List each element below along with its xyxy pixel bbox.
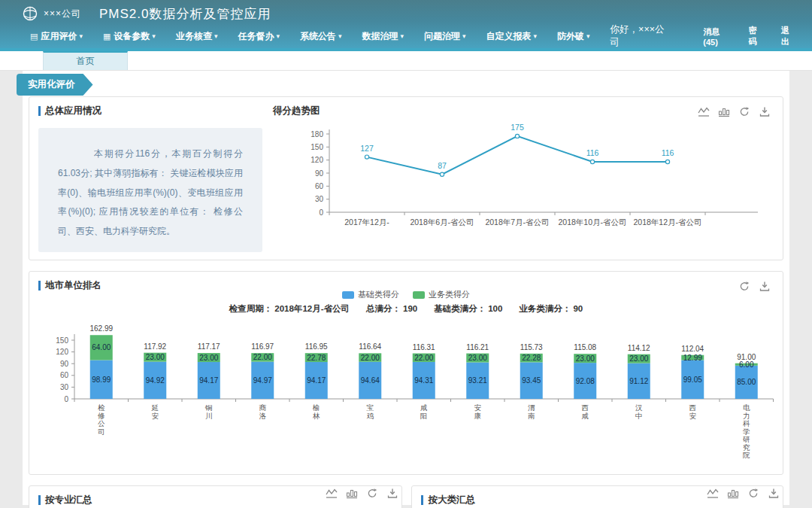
download-icon[interactable] [759,106,771,117]
svg-text:127: 127 [360,144,374,153]
svg-text:铜川: 铜川 [205,403,213,420]
svg-text:91.12: 91.12 [629,377,648,385]
app-title: PMS2.0数据分析及管控应用 [99,5,271,23]
password-link[interactable]: 密码 [749,25,763,47]
download-icon[interactable] [759,281,771,292]
caret-down-icon: ▾ [152,32,156,40]
info-label: 检查周期： [229,304,273,313]
svg-text:116.95: 116.95 [305,342,328,351]
summary-row: 按专业汇总 总满分：190 输电满分：41 变电满分：51 配电满分：54 其他… [29,485,783,508]
svg-text:90: 90 [60,360,69,368]
trend-toolbar [689,106,771,117]
nav-item-business-check[interactable]: 业务核查▾ [176,30,218,43]
svg-text:94.17: 94.17 [199,376,218,385]
nav-item-issue-governance[interactable]: 问题治理▾ [424,30,466,43]
svg-text:120: 120 [56,348,68,356]
svg-text:23.00: 23.00 [146,353,165,361]
legend-swatch-base [342,291,354,299]
refresh-icon[interactable] [738,281,750,292]
overview-panel: 总体应用情况 本期得分116分，本期百分制得分61.03分; 其中薄弱指标有： … [38,105,273,252]
company-name: ×××公司 [44,8,81,20]
info-value: 190 [403,304,417,313]
svg-text:22.00: 22.00 [253,353,272,361]
line-chart-icon[interactable] [326,488,338,499]
svg-text:0: 0 [64,395,68,403]
svg-text:175: 175 [511,123,524,132]
svg-text:西咸: 西咸 [582,403,589,420]
refresh-icon[interactable] [738,106,750,117]
nav-item-data-governance[interactable]: 数据治理▾ [362,30,404,43]
ranking-legend: 基础类得分 业务类得分 [38,289,774,300]
main-nav: ▤应用评价▾ ▦设备参数▾ 业务核查▾ 任务督办▾ 系统公告▾ 数据治理▾ 问题… [0,24,812,48]
title-accent [38,106,41,116]
svg-text:2017年12月-: 2017年12月- [344,217,389,227]
nav-label: 设备参数 [114,30,150,43]
caret-down-icon: ▾ [534,32,538,40]
svg-text:117.92: 117.92 [144,342,166,351]
svg-text:23.00: 23.00 [468,354,487,362]
by-category-title: 按大类汇总 [428,494,475,506]
nav-item-task-supervision[interactable]: 任务督办▾ [238,30,280,43]
line-chart-icon[interactable] [707,488,719,499]
nav-label: 系统公告 [300,30,336,43]
nav-item-custom-report[interactable]: 自定义报表▾ [486,30,538,43]
svg-text:93.21: 93.21 [468,376,487,385]
title-accent [421,495,423,505]
user-greeting: 你好，×××公司 [611,23,666,49]
svg-text:23.00: 23.00 [199,354,218,362]
overview-title: 总体应用情况 [45,105,102,117]
svg-text:116: 116 [662,148,674,157]
bar-chart-icon[interactable] [346,488,358,499]
download-icon[interactable] [386,488,398,499]
nav-item-device-params[interactable]: ▦设备参数▾ [103,30,156,43]
overview-trend-card: 总体应用情况 本期得分116分，本期百分制得分61.03分; 其中薄弱指标有： … [29,96,783,260]
logout-link[interactable]: 退出 [781,25,795,47]
legend-label: 业务类得分 [429,289,470,300]
city-ranking-card: 地市单位排名 基础类得分 业务类得分 检查周期：2018年12月-省公司 总满分… [29,271,783,475]
bar-chart-icon[interactable] [718,106,730,117]
caret-down-icon: ▾ [214,32,218,40]
svg-text:115.08: 115.08 [574,343,596,351]
download-icon[interactable] [768,488,780,499]
svg-text:23.00: 23.00 [629,354,648,363]
svg-text:2018年7月-省公司: 2018年7月-省公司 [485,217,549,227]
svg-text:94.97: 94.97 [253,376,272,385]
by-specialty-card: 按专业汇总 总满分：190 输电满分：41 变电满分：51 配电满分：54 其他… [29,485,402,508]
legend-item-base[interactable]: 基础类得分 [342,289,399,300]
nav-label: 数据治理 [362,30,398,43]
svg-text:22.28: 22.28 [522,354,541,362]
nav-item-system-notice[interactable]: 系统公告▾ [300,30,342,43]
bar-chart-icon[interactable] [727,488,739,499]
trend-title: 得分趋势图 [273,105,320,117]
nav-label: 业务核查 [176,30,212,43]
svg-text:安康: 安康 [474,403,482,420]
tab-home[interactable]: 首页 [43,51,128,70]
line-chart-icon[interactable] [698,106,710,117]
legend-swatch-business [413,291,425,299]
info-label: 基础类满分： [434,304,486,313]
svg-text:91.00: 91.00 [737,353,756,361]
trend-panel: 得分趋势图 03060901201501801272017年12月-872018… [273,105,774,252]
nav-item-app-eval[interactable]: ▤应用评价▾ [30,30,83,43]
svg-text:150: 150 [56,336,68,345]
refresh-icon[interactable] [747,488,759,499]
svg-text:162.99: 162.99 [89,324,113,333]
svg-text:85.00: 85.00 [737,378,756,386]
nav-label: 任务督办 [238,30,274,43]
nav-label: 自定义报表 [486,30,532,43]
page-content: 实用化评价 总体应用情况 本期得分116分，本期百分制得分61.03分; 其中薄… [0,71,812,505]
svg-text:22.00: 22.00 [414,354,433,362]
messages-link[interactable]: 消息(45) [703,26,730,47]
svg-text:92.08: 92.08 [576,377,595,385]
nav-item-anti-damage[interactable]: 防外破▾ [557,30,590,43]
svg-text:116.31: 116.31 [413,343,435,351]
svg-text:宝鸡: 宝鸡 [367,403,374,420]
legend-item-business[interactable]: 业务类得分 [413,289,470,300]
svg-text:检修公司: 检修公司 [97,403,105,436]
svg-text:180: 180 [311,130,323,138]
refresh-icon[interactable] [366,488,378,499]
svg-text:87: 87 [438,161,447,170]
info-label: 业务类满分： [519,304,571,313]
info-value: 90 [573,304,583,313]
svg-text:30: 30 [60,383,69,391]
